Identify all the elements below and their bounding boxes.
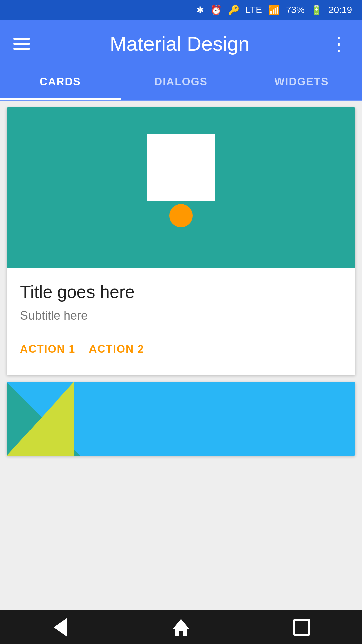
alarm-icon: ⏰ (210, 5, 222, 16)
home-button[interactable] (168, 614, 194, 641)
content-area: Title goes here Subtitle here ACTION 1 A… (0, 101, 362, 610)
network-type: LTE (246, 5, 262, 15)
tab-widgets[interactable]: WIDGETS (241, 67, 362, 100)
card-1-subtitle: Subtitle here (20, 309, 342, 323)
card-1: Title goes here Subtitle here ACTION 1 A… (7, 107, 355, 375)
tab-widgets-label: WIDGETS (274, 75, 329, 88)
battery-icon: 🔋 (311, 5, 322, 16)
home-icon (173, 619, 189, 636)
app-bar: Material Design ⋮ (0, 20, 362, 67)
more-options-button[interactable]: ⋮ (329, 33, 349, 55)
vpn-icon: 🔑 (228, 5, 240, 16)
action-1-button[interactable]: ACTION 1 (20, 339, 75, 359)
back-button[interactable] (47, 614, 74, 641)
triangle-yellow (7, 382, 74, 456)
hamburger-line-1 (13, 38, 30, 40)
app-title: Material Design (30, 32, 329, 55)
tab-cards-label: CARDS (40, 75, 81, 88)
status-icons: ✱ ⏰ 🔑 LTE 📶 73% 🔋 20:19 (196, 5, 352, 16)
status-bar: ✱ ⏰ 🔑 LTE 📶 73% 🔋 20:19 (0, 0, 362, 20)
bottom-nav (0, 610, 362, 644)
bluetooth-icon: ✱ (196, 5, 204, 16)
card-1-title: Title goes here (20, 282, 342, 302)
tab-dialogs-label: DIALOGS (154, 75, 208, 88)
card-1-actions: ACTION 1 ACTION 2 (20, 336, 342, 369)
card-2 (7, 382, 355, 456)
card-1-body: Title goes here Subtitle here ACTION 1 A… (7, 268, 355, 375)
recents-icon (293, 619, 310, 636)
hamburger-line-3 (13, 48, 30, 50)
battery-level: 73% (286, 5, 305, 15)
tab-bar: CARDS DIALOGS WIDGETS (0, 67, 362, 101)
time-display: 20:19 (328, 5, 352, 15)
hamburger-menu-button[interactable] (13, 38, 30, 50)
recents-button[interactable] (288, 614, 315, 641)
tab-dialogs[interactable]: DIALOGS (121, 67, 241, 100)
action-2-button[interactable]: ACTION 2 (89, 339, 144, 359)
signal-icon: 📶 (268, 5, 280, 16)
back-icon (54, 618, 67, 637)
card-media-white-square (147, 134, 215, 201)
tab-cards[interactable]: CARDS (0, 67, 121, 100)
card-2-media (7, 382, 355, 456)
hamburger-line-2 (13, 43, 30, 45)
card-1-media (7, 107, 355, 268)
card-media-dot (169, 204, 193, 227)
